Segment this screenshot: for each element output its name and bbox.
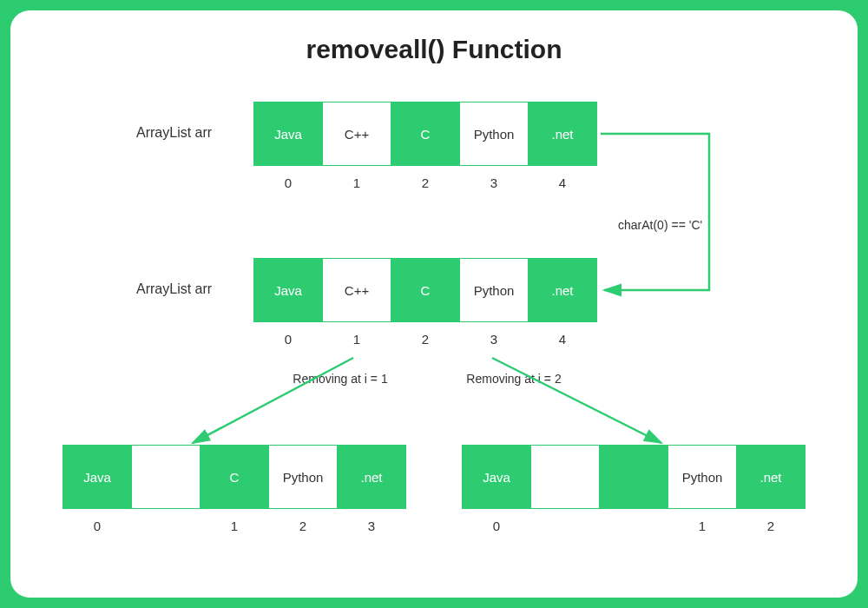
page-title: removeall() Function [10,35,858,64]
array-cell: Python [459,258,529,322]
row2-label: ArrayList arr [136,281,212,297]
array-cell: .net [337,445,406,509]
array-index: 0 [253,332,323,347]
condition-text: charAt(0) == 'C' [618,217,792,234]
row1-cells: JavaC++CPython.net [253,102,597,166]
array-cell: .net [528,258,597,322]
array-index: 2 [736,519,806,533]
array-index: 3 [459,332,529,347]
array-cell: Python [268,445,338,509]
array-cell: Python [667,445,737,509]
result1-indices: 0123 [62,519,406,533]
array-cell: C++ [322,258,391,322]
array-index: 3 [459,175,529,190]
array-index: 2 [391,332,460,347]
array-cell: C [200,445,269,509]
array-index: 1 [322,175,391,190]
array-index: 0 [253,175,323,190]
array-index: 1 [322,332,391,347]
array-index: 2 [268,519,338,533]
array-cell: Java [462,445,531,509]
array-cell [530,445,600,509]
result2-cells: JavaPython.net [462,445,806,509]
row1-label: ArrayList arr [136,125,212,141]
array-cell: Java [62,445,132,509]
array-cell [599,445,668,509]
array-index: 0 [462,519,531,533]
result1-cells: JavaCPython.net [62,445,406,509]
array-index [599,519,668,533]
array-index: 1 [200,519,269,533]
array-cell: Java [253,102,323,166]
array-cell: .net [736,445,806,509]
array-index: 1 [667,519,737,533]
array-index [131,519,201,533]
array-cell: .net [528,102,597,166]
array-index: 3 [337,519,406,533]
diagram-canvas: removeall() Function ArrayList arr JavaC… [10,10,858,598]
row1-indices: 01234 [253,175,597,190]
result2-indices: 012 [462,519,806,533]
row2-indices: 01234 [253,332,597,347]
array-index: 2 [391,175,460,190]
array-cell: Python [459,102,529,166]
removing1-text: Removing at i = 1 [288,371,392,387]
array-cell: Java [253,258,323,322]
array-cell: C [391,102,460,166]
array-index: 0 [62,519,132,533]
removing2-text: Removing at i = 2 [462,371,566,387]
array-cell: C++ [322,102,391,166]
array-cell: C [391,258,460,322]
array-index [530,519,600,533]
array-cell [131,445,201,509]
array-index: 4 [528,175,597,190]
array-index: 4 [528,332,597,347]
row2-cells: JavaC++CPython.net [253,258,597,322]
